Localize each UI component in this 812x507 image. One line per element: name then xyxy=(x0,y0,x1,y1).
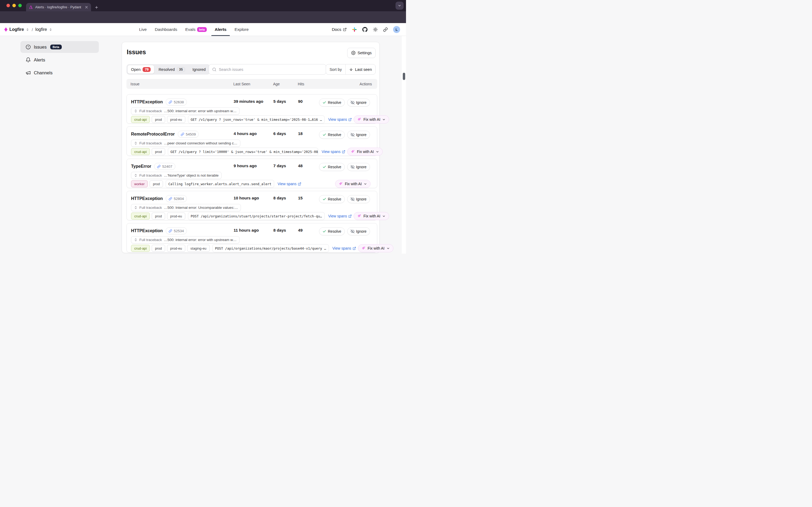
github-icon[interactable] xyxy=(362,27,368,32)
theme-toggle-sun-icon[interactable] xyxy=(373,27,378,32)
browser-titlebar: Alerts · logfire/logfire · Pydant xyxy=(0,0,406,11)
resolve-button[interactable]: Resolve xyxy=(319,195,345,203)
traceback-toggle[interactable]: Full traceback …500: internal error: err… xyxy=(131,236,239,243)
tab-close-icon[interactable] xyxy=(85,5,88,9)
resolve-button[interactable]: Resolve xyxy=(319,227,345,235)
sort-value-button[interactable]: Last seen xyxy=(345,64,375,74)
issue-last-seen: 4 hours ago xyxy=(234,131,257,136)
column-last-seen: Last Seen xyxy=(233,82,250,86)
check-icon xyxy=(323,197,326,201)
project-selector[interactable]: logfire xyxy=(35,27,47,32)
tab-explore[interactable]: Explore xyxy=(234,23,249,36)
new-tab-button[interactable] xyxy=(95,5,99,9)
resolve-button[interactable]: Resolve xyxy=(319,131,345,139)
tab-live[interactable]: Live xyxy=(139,23,147,36)
share-link-icon[interactable] xyxy=(383,27,388,32)
sparkles-icon xyxy=(339,182,343,186)
issue-id-link[interactable]: 52638 xyxy=(166,99,187,106)
scrollbar-track[interactable] xyxy=(402,36,406,253)
unfold-icon xyxy=(134,206,138,209)
open-label: Open xyxy=(131,67,141,72)
tag-prod: prod xyxy=(152,148,165,155)
issue-hits: 48 xyxy=(298,163,303,168)
ignore-button[interactable]: Ignore xyxy=(347,163,370,171)
tab-dashboards[interactable]: Dashboards xyxy=(155,23,177,36)
tag-prod-eu: prod-eu xyxy=(167,116,185,123)
table-header: Issue Last Seen Age Hits Actions xyxy=(126,79,377,89)
fix-with-ai-button[interactable]: Fix with AI xyxy=(354,115,389,123)
fix-with-ai-button[interactable]: Fix with AI xyxy=(354,212,389,220)
view-spans-link[interactable]: View spans xyxy=(278,182,301,186)
filter-tab-resolved[interactable]: Resolved 35 xyxy=(155,65,188,74)
resolve-button[interactable]: Resolve xyxy=(319,163,345,171)
view-spans-link[interactable]: View spans xyxy=(332,246,356,250)
fix-with-ai-label: Fix with AI xyxy=(345,182,362,186)
issue-id-link[interactable]: 52534 xyxy=(166,227,187,234)
issue-row: HTTPException 52638 39 minutes ago 5 day… xyxy=(126,94,377,124)
sidebar-item-label: Alerts xyxy=(34,57,45,62)
search-input[interactable] xyxy=(219,67,323,72)
docs-link[interactable]: Docs xyxy=(332,27,347,32)
column-issue: Issue xyxy=(130,82,140,86)
view-spans-link[interactable]: View spans xyxy=(328,214,352,218)
fix-with-ai-button[interactable]: Fix with AI xyxy=(335,180,371,188)
ignore-button[interactable]: Ignore xyxy=(347,99,370,107)
header-actions: Docs L xyxy=(332,23,400,36)
traceback-toggle[interactable]: Full traceback …500: Internal error: Unc… xyxy=(131,204,241,211)
search-icon xyxy=(212,67,216,72)
issue-id-link[interactable]: 52407 xyxy=(154,163,175,170)
resolve-button[interactable]: Resolve xyxy=(319,99,345,107)
tag-crud-api: crud-api xyxy=(131,245,150,252)
issues-list: HTTPException 52638 39 minutes ago 5 day… xyxy=(126,94,377,253)
filter-tab-open[interactable]: Open 79 xyxy=(127,65,154,74)
unfold-icon xyxy=(134,238,138,241)
traceback-toggle[interactable]: Full traceback …peer closed connection w… xyxy=(131,139,240,147)
window-close-button[interactable] xyxy=(6,4,10,7)
sidebar-item-label: Channels xyxy=(34,70,53,75)
user-avatar[interactable]: L xyxy=(393,26,400,33)
view-spans-label: View spans xyxy=(328,214,347,218)
filter-tab-ignored[interactable]: Ignored xyxy=(189,65,209,74)
traceback-toggle[interactable]: Full traceback …'NoneType' object is not… xyxy=(131,172,221,179)
issue-id-link[interactable]: 52804 xyxy=(166,195,187,202)
sidebar-item-alerts[interactable]: Alerts xyxy=(20,54,99,66)
window-minimize-button[interactable] xyxy=(12,4,16,7)
tab-search-chevron-button[interactable] xyxy=(395,2,403,10)
ignore-button[interactable]: Ignore xyxy=(347,195,370,203)
issue-age: 7 days xyxy=(273,163,286,168)
sparkles-icon xyxy=(362,246,366,250)
view-spans-link[interactable]: View spans xyxy=(328,118,352,122)
sidebar-item-channels[interactable]: Channels xyxy=(20,67,99,79)
scrollbar-thumb[interactable] xyxy=(403,73,405,80)
fix-with-ai-button[interactable]: Fix with AI xyxy=(347,148,383,156)
tab-alerts[interactable]: Alerts xyxy=(215,23,227,36)
issue-row: HTTPException 52534 11 hours ago 8 days … xyxy=(126,223,377,252)
ignore-button[interactable]: Ignore xyxy=(347,131,370,139)
traceback-text: …500: internal error: error with upstrea… xyxy=(164,109,236,113)
window-zoom-button[interactable] xyxy=(18,4,22,7)
issue-id: 52804 xyxy=(174,197,184,201)
tab-label: Dashboards xyxy=(155,27,177,32)
search-issues xyxy=(209,64,326,75)
project-selector-chevrons-icon[interactable] xyxy=(49,28,52,32)
tab-evals[interactable]: Evalsbeta xyxy=(185,23,207,36)
ignore-label: Ignore xyxy=(356,165,367,169)
traceback-text: …500: Internal error: Uncomparable value… xyxy=(164,206,238,210)
sidebar-item-issues[interactable]: IssuesBeta xyxy=(20,41,99,53)
slack-icon[interactable] xyxy=(352,27,357,32)
settings-button[interactable]: Settings xyxy=(347,48,376,58)
eye-off-icon xyxy=(351,101,355,104)
issue-id-link[interactable]: 54509 xyxy=(178,131,199,138)
org-selector-chevrons-icon[interactable] xyxy=(26,28,29,32)
tag-crud-api: crud-api xyxy=(131,213,150,220)
ignore-button[interactable]: Ignore xyxy=(347,227,370,235)
fix-with-ai-button[interactable]: Fix with AI xyxy=(358,244,393,252)
issue-age: 6 days xyxy=(273,131,286,136)
browser-tab[interactable]: Alerts · logfire/logfire · Pydant xyxy=(26,3,91,11)
traceback-toggle[interactable]: Full traceback …500: internal error: err… xyxy=(131,107,239,115)
view-spans-link[interactable]: View spans xyxy=(322,150,345,154)
issue-age: 5 days xyxy=(273,99,286,104)
tag-prod-eu: prod-eu xyxy=(167,213,185,220)
org-selector[interactable]: Logfire xyxy=(9,27,24,32)
issue-age: 8 days xyxy=(273,228,286,232)
